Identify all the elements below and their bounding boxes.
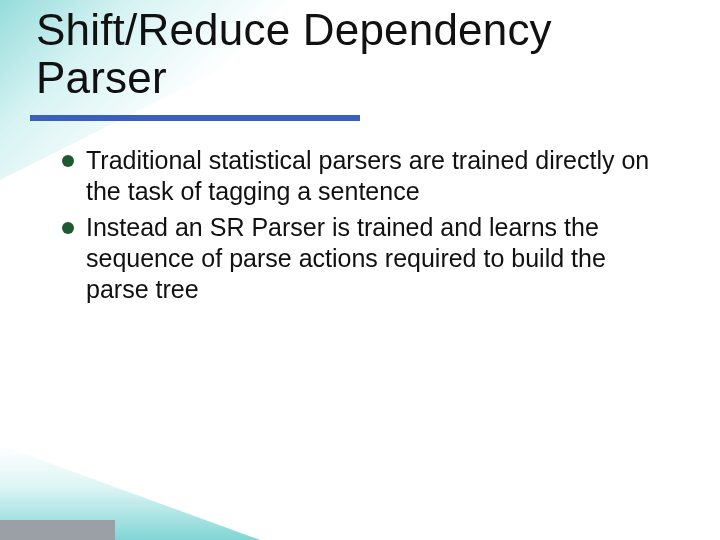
- bullet-icon: [62, 155, 74, 167]
- bottom-left-decoration: [0, 445, 260, 540]
- list-item: Instead an SR Parser is trained and lear…: [62, 212, 662, 306]
- bullet-text: Instead an SR Parser is trained and lear…: [86, 212, 662, 306]
- slide: Shift/Reduce Dependency Parser Tradition…: [0, 0, 720, 540]
- bottom-bar: [0, 520, 115, 540]
- bullet-text: Traditional statistical parsers are trai…: [86, 145, 662, 208]
- list-item: Traditional statistical parsers are trai…: [62, 145, 662, 208]
- title-underline-bar: [30, 115, 360, 121]
- bullet-icon: [62, 222, 74, 234]
- slide-title: Shift/Reduce Dependency Parser: [36, 6, 676, 103]
- bullet-list: Traditional statistical parsers are trai…: [62, 145, 662, 309]
